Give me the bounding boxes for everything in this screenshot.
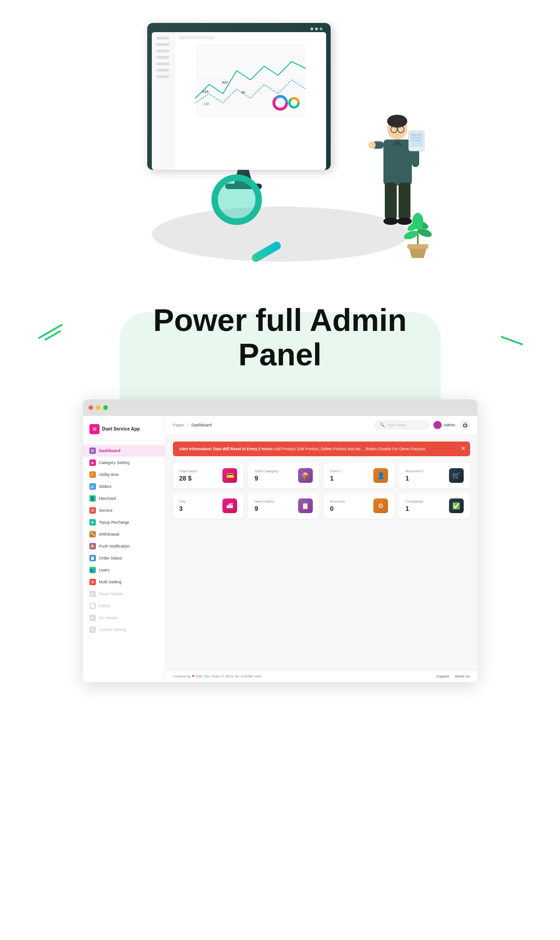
orderstatus-label: Order Status — [99, 556, 122, 560]
magnifier — [211, 174, 285, 248]
stat-value-process: 0 — [330, 505, 345, 512]
sidebar-dot-1 — [156, 37, 169, 39]
ability-label: Ability time — [99, 472, 119, 477]
sidebar-item-policy[interactable]: 📄 Policy — [83, 600, 165, 612]
sidebar-item-dashboard[interactable]: ⊞ Dashboard — [83, 445, 165, 457]
sidebar-item-service[interactable]: ⚙ Service — [83, 504, 165, 516]
multisetting-label: Multi Setting — [99, 580, 122, 584]
svg-point-38 — [412, 213, 423, 229]
stat-card-category: Total Category 9 📦 — [248, 463, 319, 488]
support-link[interactable]: Support — [437, 674, 449, 678]
sidebar-logo: ⊞ Duet Service App — [83, 421, 165, 441]
alert-close-button[interactable]: ✕ — [461, 445, 466, 452]
monitor-dot-green — [320, 28, 322, 30]
stat-card-users: User's 1 👤 — [324, 463, 395, 488]
stat-info-completed: Completed 1 — [405, 499, 423, 512]
sidebar-item-topup[interactable]: ⊕ Topup Recharge — [83, 516, 165, 528]
sidebar-item-category[interactable]: ◈ Category Setting — [83, 457, 165, 469]
logout-button[interactable]: ⏻ — [460, 420, 470, 430]
stat-label-sales: Total Sale's — [179, 469, 198, 473]
footer-links: Support About Us — [437, 674, 470, 678]
monitor-screen: 633 627 95 120 — [152, 32, 326, 170]
users-label: Users — [99, 568, 110, 572]
stat-card-process: Proccess 0 ⚙ — [324, 493, 395, 519]
credit-suffix: © 2022, for a Better web. — [222, 674, 262, 678]
sidebar-dot-2 — [156, 43, 169, 46]
sidebar-item-ability[interactable]: ⏱ Ability time — [83, 469, 165, 481]
domaster-icon: ◈ — [89, 615, 96, 621]
alert-bold: Alert Information! Data Will Reset in Ev… — [179, 447, 273, 451]
corner-deco-tr — [501, 336, 523, 346]
stat-value-merchants: 1 — [405, 475, 423, 482]
stat-info-users: User's 1 — [330, 469, 340, 482]
domaster-label: Do Master — [99, 615, 118, 620]
magnifier-inner — [218, 181, 255, 218]
stat-icon-completed: ✅ — [449, 498, 464, 513]
stat-value-users: 1 — [330, 475, 340, 482]
panelmaster-label: Panel Master — [99, 592, 123, 596]
svg-point-20 — [368, 141, 376, 149]
screen-sidebar — [152, 32, 175, 170]
stat-label-merchants: Merchant's — [405, 469, 423, 473]
corner-deco-tl — [38, 324, 63, 339]
stat-icon-sales: 💳 — [222, 468, 237, 483]
search-placeholder: Type here... — [387, 423, 424, 427]
stat-label-city: City — [179, 499, 186, 504]
monitor-frame: 633 627 95 120 — [147, 23, 331, 170]
stat-label-users: User's — [330, 469, 340, 473]
sidebar-item-users[interactable]: 👥 Users — [83, 564, 165, 576]
merchant-icon: 👤 — [89, 495, 96, 502]
about-link[interactable]: About Us — [455, 674, 470, 678]
panel-topbar — [83, 399, 477, 416]
breadcrumb-current: Dashboard — [192, 423, 212, 427]
stat-info-merchants: Merchant's 1 — [405, 469, 423, 482]
alert-text: Alert Information! Data Will Reset in Ev… — [179, 446, 464, 452]
sliders-icon: ▤ — [89, 483, 96, 490]
merchant-label: Merchant — [99, 496, 116, 501]
chart-svg: 633 627 95 120 — [178, 43, 322, 117]
stat-info-sales: Total Sale's 28 $ — [179, 469, 198, 482]
sidebar-item-controlsetting[interactable]: ⚙ Control Setting — [83, 624, 165, 636]
service-icon: ⚙ — [89, 507, 96, 514]
stat-value-category: 9 — [255, 475, 278, 482]
panel-header: Pages / Dashboard 🔍 Type here... 👤 Admin… — [166, 416, 477, 435]
sidebar-logo-text: Duet Service App — [102, 426, 140, 431]
footer-heart-icon: ❤ — [192, 674, 195, 678]
policy-label: Policy — [99, 604, 110, 608]
topup-icon: ⊕ — [89, 519, 96, 526]
credit-team: Will_Dev Team — [196, 674, 220, 678]
panel-main: Pages / Dashboard 🔍 Type here... 👤 Admin… — [166, 416, 477, 682]
sidebar-item-push[interactable]: 🔔 Push Notification — [83, 540, 165, 552]
sidebar-item-domaster[interactable]: ◈ Do Master — [83, 612, 165, 624]
stat-value-completed: 1 — [405, 505, 423, 512]
stat-label-orders: New Orders — [255, 499, 274, 504]
search-box[interactable]: 🔍 Type here... — [375, 421, 429, 429]
panel-body: ⊞ Duet Service App ⊞ Dashboard ◈ Categor… — [83, 416, 477, 682]
panel-sidebar: ⊞ Duet Service App ⊞ Dashboard ◈ Categor… — [83, 416, 166, 682]
admin-avatar: 👤 — [433, 421, 442, 429]
hero-illustration: 633 627 95 120 — [120, 9, 441, 275]
sidebar-item-panelmaster[interactable]: ◈ Panel Master — [83, 588, 165, 600]
sidebar-item-merchant[interactable]: 👤 Merchant — [83, 492, 165, 504]
sidebar-item-withdrawal[interactable]: 💸 Withdrawal — [83, 528, 165, 540]
push-icon: 🔔 — [89, 543, 96, 549]
stat-icon-orders: 📋 — [298, 498, 313, 513]
stat-info-category: Total Category 9 — [255, 469, 278, 482]
category-label: Category Setting — [99, 460, 130, 465]
panel-dot-yellow — [96, 405, 100, 410]
stat-card-completed: Completed 1 ✅ — [399, 493, 470, 519]
monitor-dots — [152, 28, 326, 30]
sliders-label: Sliders — [99, 484, 112, 489]
monitor-dot-2 — [315, 28, 318, 30]
panel-footer: Created by ❤ Will_Dev Team © 2022, for a… — [166, 670, 477, 682]
svg-text:633: 633 — [202, 90, 209, 94]
sidebar-item-orderstatus[interactable]: 📋 Order Status — [83, 552, 165, 564]
screen-search-bar — [178, 36, 215, 39]
stat-value-orders: 9 — [255, 505, 274, 512]
sidebar-item-sliders[interactable]: ▤ Sliders — [83, 481, 165, 492]
stat-info-orders: New Orders 9 — [255, 499, 274, 512]
sidebar-item-multisetting[interactable]: ⚙ Multi Setting — [83, 576, 165, 588]
stat-icon-merchants: 🛒 — [449, 468, 464, 483]
svg-text:627: 627 — [222, 80, 228, 84]
stat-info-process: Proccess 0 — [330, 499, 345, 512]
